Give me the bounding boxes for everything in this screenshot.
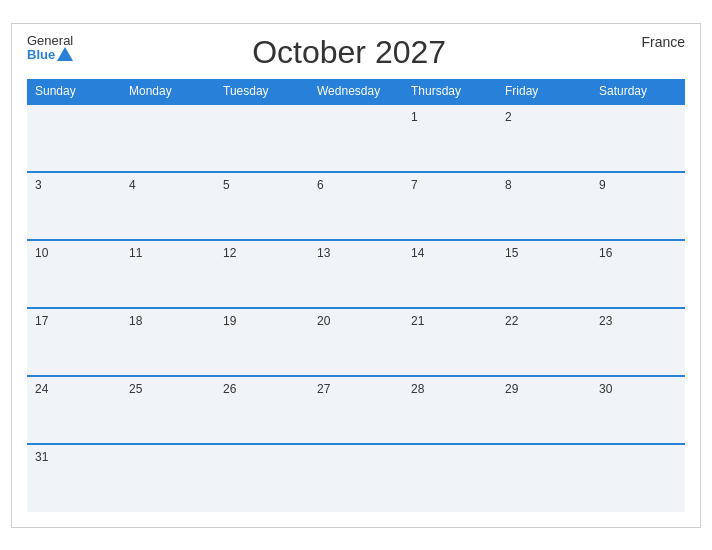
calendar-thead: SundayMondayTuesdayWednesdayThursdayFrid… xyxy=(27,79,685,104)
calendar-cell: 14 xyxy=(403,240,497,308)
day-number: 23 xyxy=(599,314,612,328)
calendar-cell xyxy=(403,444,497,512)
day-number: 24 xyxy=(35,382,48,396)
calendar-cell: 19 xyxy=(215,308,309,376)
calendar-cell: 11 xyxy=(121,240,215,308)
calendar-cell: 3 xyxy=(27,172,121,240)
calendar-cell: 7 xyxy=(403,172,497,240)
weekday-header-thursday: Thursday xyxy=(403,79,497,104)
calendar-header: General Blue October 2027 France xyxy=(27,34,685,71)
day-number: 15 xyxy=(505,246,518,260)
calendar-week-row: 31 xyxy=(27,444,685,512)
calendar-cell: 8 xyxy=(497,172,591,240)
day-number: 25 xyxy=(129,382,142,396)
calendar-week-row: 10111213141516 xyxy=(27,240,685,308)
logo-triangle-icon xyxy=(57,47,73,61)
day-number: 1 xyxy=(411,110,418,124)
calendar-cell: 12 xyxy=(215,240,309,308)
weekday-header-sunday: Sunday xyxy=(27,79,121,104)
day-number: 28 xyxy=(411,382,424,396)
calendar-cell: 20 xyxy=(309,308,403,376)
weekday-header-wednesday: Wednesday xyxy=(309,79,403,104)
day-number: 13 xyxy=(317,246,330,260)
day-number: 20 xyxy=(317,314,330,328)
calendar-cell: 26 xyxy=(215,376,309,444)
day-number: 19 xyxy=(223,314,236,328)
calendar-cell: 22 xyxy=(497,308,591,376)
calendar-cell: 18 xyxy=(121,308,215,376)
calendar-cell: 23 xyxy=(591,308,685,376)
calendar-cell xyxy=(27,104,121,172)
calendar-cell: 15 xyxy=(497,240,591,308)
logo-general: General xyxy=(27,34,73,48)
day-number: 14 xyxy=(411,246,424,260)
day-number: 7 xyxy=(411,178,418,192)
day-number: 22 xyxy=(505,314,518,328)
day-number: 3 xyxy=(35,178,42,192)
day-number: 27 xyxy=(317,382,330,396)
logo-area: General Blue xyxy=(27,34,73,63)
calendar-cell: 4 xyxy=(121,172,215,240)
calendar-cell: 31 xyxy=(27,444,121,512)
calendar-grid: SundayMondayTuesdayWednesdayThursdayFrid… xyxy=(27,79,685,512)
calendar-cell: 1 xyxy=(403,104,497,172)
day-number: 30 xyxy=(599,382,612,396)
calendar-title: October 2027 xyxy=(73,34,625,71)
calendar-cell xyxy=(309,444,403,512)
calendar-cell xyxy=(121,104,215,172)
calendar-cell xyxy=(121,444,215,512)
calendar-cell: 24 xyxy=(27,376,121,444)
day-number: 5 xyxy=(223,178,230,192)
calendar-cell: 5 xyxy=(215,172,309,240)
weekday-header-row: SundayMondayTuesdayWednesdayThursdayFrid… xyxy=(27,79,685,104)
calendar-cell: 27 xyxy=(309,376,403,444)
calendar-cell: 16 xyxy=(591,240,685,308)
calendar-week-row: 12 xyxy=(27,104,685,172)
calendar-cell: 13 xyxy=(309,240,403,308)
calendar-cell: 25 xyxy=(121,376,215,444)
calendar-cell: 28 xyxy=(403,376,497,444)
calendar-container: General Blue October 2027 France SundayM… xyxy=(11,23,701,528)
calendar-week-row: 24252627282930 xyxy=(27,376,685,444)
calendar-cell: 2 xyxy=(497,104,591,172)
country-label: France xyxy=(625,34,685,50)
calendar-cell: 10 xyxy=(27,240,121,308)
calendar-cell xyxy=(215,104,309,172)
day-number: 11 xyxy=(129,246,142,260)
day-number: 9 xyxy=(599,178,606,192)
calendar-cell: 30 xyxy=(591,376,685,444)
day-number: 29 xyxy=(505,382,518,396)
calendar-tbody: 1234567891011121314151617181920212223242… xyxy=(27,104,685,512)
weekday-header-saturday: Saturday xyxy=(591,79,685,104)
logo-inner: Blue xyxy=(27,48,73,62)
calendar-cell xyxy=(591,104,685,172)
day-number: 18 xyxy=(129,314,142,328)
weekday-header-monday: Monday xyxy=(121,79,215,104)
weekday-header-friday: Friday xyxy=(497,79,591,104)
day-number: 10 xyxy=(35,246,48,260)
day-number: 12 xyxy=(223,246,236,260)
calendar-cell: 9 xyxy=(591,172,685,240)
day-number: 8 xyxy=(505,178,512,192)
day-number: 31 xyxy=(35,450,48,464)
calendar-cell: 6 xyxy=(309,172,403,240)
calendar-cell: 29 xyxy=(497,376,591,444)
day-number: 26 xyxy=(223,382,236,396)
calendar-cell xyxy=(309,104,403,172)
day-number: 16 xyxy=(599,246,612,260)
day-number: 21 xyxy=(411,314,424,328)
calendar-cell xyxy=(215,444,309,512)
calendar-cell xyxy=(497,444,591,512)
weekday-header-tuesday: Tuesday xyxy=(215,79,309,104)
logo-blue: Blue xyxy=(27,48,55,62)
calendar-cell xyxy=(591,444,685,512)
calendar-week-row: 3456789 xyxy=(27,172,685,240)
day-number: 4 xyxy=(129,178,136,192)
calendar-cell: 17 xyxy=(27,308,121,376)
day-number: 6 xyxy=(317,178,324,192)
calendar-week-row: 17181920212223 xyxy=(27,308,685,376)
calendar-cell: 21 xyxy=(403,308,497,376)
day-number: 2 xyxy=(505,110,512,124)
logo-text: General Blue xyxy=(27,34,73,63)
day-number: 17 xyxy=(35,314,48,328)
